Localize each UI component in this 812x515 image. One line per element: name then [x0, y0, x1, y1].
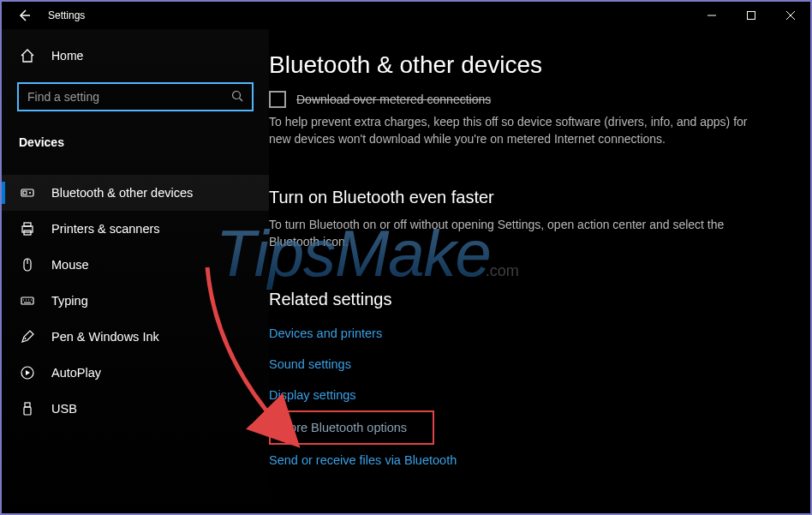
window-title: Settings	[48, 9, 85, 21]
autoplay-icon	[19, 365, 36, 380]
mouse-icon	[19, 257, 36, 272]
sidebar-item-usb[interactable]: USB	[2, 391, 269, 427]
sidebar-list: Bluetooth & other devices Printers & sca…	[2, 175, 269, 427]
faster-description: To turn Bluetooth on or off without open…	[269, 216, 749, 251]
home-button[interactable]: Home	[2, 41, 269, 70]
sidebar-item-autoplay[interactable]: AutoPlay	[2, 355, 269, 391]
link-more-bluetooth-options[interactable]: More Bluetooth options	[269, 410, 434, 445]
bluetooth-icon	[19, 185, 36, 201]
sidebar-item-bluetooth[interactable]: Bluetooth & other devices	[2, 175, 269, 211]
related-heading: Related settings	[269, 290, 785, 309]
sidebar-item-label: AutoPlay	[51, 366, 101, 380]
sidebar-item-mouse[interactable]: Mouse	[2, 247, 269, 283]
svg-rect-6	[24, 223, 31, 226]
settings-window: Settings Home	[2, 2, 810, 513]
svg-point-1	[233, 91, 241, 99]
checkbox-icon[interactable]	[269, 91, 286, 108]
faster-heading: Turn on Bluetooth even faster	[269, 188, 785, 207]
minimize-button[interactable]	[692, 2, 731, 29]
search-icon	[231, 90, 243, 105]
titlebar: Settings	[2, 2, 810, 29]
metered-checkbox-row[interactable]: Download over metered connections	[269, 91, 785, 108]
metered-checkbox-label: Download over metered connections	[296, 93, 491, 106]
svg-rect-3	[23, 191, 27, 195]
link-send-receive-files[interactable]: Send or receive files via Bluetooth	[269, 445, 463, 476]
maximize-button[interactable]	[731, 2, 771, 29]
link-devices-printers[interactable]: Devices and printers	[269, 318, 389, 349]
link-display-settings[interactable]: Display settings	[269, 380, 363, 410]
sidebar-item-label: Mouse	[51, 258, 89, 272]
pen-icon	[19, 329, 36, 344]
sidebar-item-label: USB	[51, 402, 77, 416]
svg-rect-0	[748, 12, 755, 20]
sidebar-item-label: Pen & Windows Ink	[51, 330, 159, 344]
metered-description: To help prevent extra charges, keep this…	[269, 113, 749, 148]
link-sound-settings[interactable]: Sound settings	[269, 349, 358, 380]
svg-rect-18	[25, 403, 30, 407]
svg-rect-19	[24, 407, 31, 415]
sidebar-item-label: Typing	[51, 294, 88, 308]
sidebar-item-label: Printers & scanners	[51, 222, 160, 236]
sidebar-item-pen[interactable]: Pen & Windows Ink	[2, 319, 269, 355]
home-label: Home	[51, 49, 83, 63]
sidebar-item-typing[interactable]: Typing	[2, 283, 269, 319]
printer-icon	[19, 221, 36, 237]
sidebar-category: Devices	[2, 123, 269, 158]
svg-point-16	[25, 338, 27, 339]
svg-rect-10	[21, 297, 33, 304]
page-title: Bluetooth & other devices	[269, 51, 785, 79]
search-input[interactable]	[17, 82, 254, 111]
back-button[interactable]	[17, 9, 31, 22]
keyboard-icon	[19, 293, 36, 308]
sidebar-item-printers[interactable]: Printers & scanners	[2, 211, 269, 247]
usb-icon	[19, 401, 36, 416]
svg-point-4	[29, 192, 31, 194]
home-icon	[19, 48, 36, 63]
sidebar-item-label: Bluetooth & other devices	[51, 186, 193, 200]
main-content: Bluetooth & other devices Download over …	[269, 29, 810, 513]
close-button[interactable]	[771, 2, 810, 29]
sidebar: Home Devices Bluetooth & other devices	[2, 29, 269, 513]
search-field[interactable]	[27, 90, 231, 104]
